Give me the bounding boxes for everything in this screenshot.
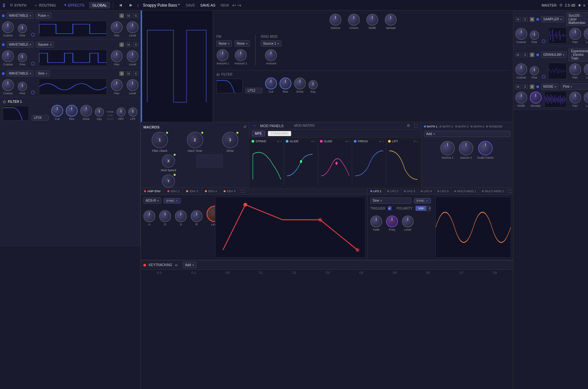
granular-solo[interactable]: S (523, 53, 528, 57)
lfo-trigger-check[interactable]: ✔ (388, 206, 391, 210)
filter2-type-select[interactable]: LP12 (245, 88, 262, 93)
lfo-sync-badge[interactable]: SYNC ✔ (414, 198, 431, 203)
slide-canvas[interactable] (319, 144, 352, 187)
polarity-bi[interactable]: BI (426, 206, 431, 211)
math-tab-2[interactable]: MATH 2 (439, 125, 453, 128)
noise-power[interactable] (536, 85, 539, 88)
save-button[interactable]: SAVE (184, 3, 197, 8)
env-tab-amp[interactable]: AMP ENV (141, 188, 164, 194)
noise-color-dropdown[interactable]: Pink ▾ (561, 83, 588, 90)
filter1-lpf-knob[interactable] (128, 107, 137, 117)
lfo-level-knob[interactable] (402, 216, 414, 227)
macros-reset-icon[interactable]: ↺ (243, 125, 246, 129)
width-knob[interactable] (366, 14, 378, 26)
polarity-uni[interactable]: UNI (416, 206, 426, 211)
filter1-drive-knob[interactable] (80, 105, 92, 117)
osc1-pan-knob[interactable] (111, 21, 123, 33)
fm1-dropdown[interactable]: None ▾ (216, 40, 232, 47)
lfo-tab-4[interactable]: LFO 4 (418, 188, 435, 194)
tab-routing[interactable]: ↔ ROUTING (31, 2, 59, 9)
lfo-expand-icon[interactable]: ⛶ (507, 188, 513, 194)
noise-mute[interactable]: M (515, 84, 521, 89)
granular-fine-knob[interactable] (530, 66, 539, 75)
granular-coarse-knob[interactable] (515, 63, 527, 75)
filter2-drive-knob[interactable] (294, 78, 306, 89)
lfo-fade-knob[interactable] (370, 216, 382, 227)
sampler-level-knob[interactable] (584, 28, 588, 40)
granular-mute[interactable]: M (515, 53, 521, 57)
osc1-wave-dropdown[interactable]: Pulse ▾ (36, 12, 51, 19)
osc1-fine-knob[interactable] (18, 24, 27, 33)
sampler-fine-knob[interactable] (530, 31, 539, 40)
osc2-link-icon[interactable]: ⬡ (31, 61, 35, 66)
osc2-wave-dropdown[interactable]: Square ▾ (36, 41, 54, 48)
math-tab-1[interactable]: MATH 1 (424, 125, 437, 128)
osc2-fine-knob[interactable] (18, 53, 27, 62)
math-operation-dropdown[interactable]: Add ▾ (424, 131, 510, 137)
filter1-res-knob[interactable] (66, 105, 78, 117)
sampler-patch-dropdown[interactable]: Sys100 - Lazer Malfunction ▾ (566, 12, 588, 26)
fm-amount1-knob[interactable] (217, 49, 229, 61)
press-canvas[interactable] (353, 144, 386, 187)
math-tab-3[interactable]: MATH 3 (455, 125, 469, 128)
osc1-mute[interactable]: M (126, 13, 131, 18)
env-r-knob[interactable] (191, 210, 203, 222)
sampler-power[interactable] (536, 18, 539, 21)
osc3-mute[interactable]: M (126, 71, 131, 76)
osc3-coarse-knob[interactable] (2, 79, 14, 91)
granular-level-knob[interactable] (584, 63, 588, 75)
mod-expand-icon[interactable]: ⛶ (414, 124, 418, 128)
noise-pan-knob[interactable] (569, 92, 581, 103)
noise-level-knob[interactable] (584, 92, 588, 103)
lfo-freq-knob[interactable] (386, 216, 398, 227)
granular-patch-dropdown[interactable]: Experimental - Electric Train ▾ (569, 48, 588, 61)
macro-x-knob[interactable]: X (162, 154, 175, 168)
lfo-tab-2[interactable]: LFO 2 (384, 188, 401, 194)
nav-prev[interactable]: ◀ (116, 2, 125, 9)
lfo-tab-3[interactable]: LFO 3 (401, 188, 418, 194)
osc2-type-dropdown[interactable]: WAVETABLE ▾ (7, 41, 34, 48)
math-source2-knob[interactable] (459, 141, 473, 155)
osc1-link-icon[interactable]: ⬡ (31, 32, 35, 37)
noise-solo[interactable]: S (523, 84, 528, 89)
tab-synth[interactable]: ⊙ SYNTH (7, 2, 30, 9)
undo-button[interactable]: ↩ (232, 3, 236, 8)
mod-panels-title[interactable]: MOD PANELS (260, 124, 283, 128)
macro-y-knob[interactable]: Y (162, 174, 175, 188)
filter2-res-knob[interactable] (280, 78, 291, 89)
sampler-pan-knob[interactable] (569, 28, 581, 40)
lfo-tab-1[interactable]: LFO 1 (368, 188, 384, 194)
save-as-button[interactable]: SAVE AS (198, 3, 217, 8)
macro-2-knob[interactable]: 2 (187, 132, 203, 148)
lift-canvas[interactable] (387, 144, 420, 187)
granular-type-dropdown[interactable]: GRANULAR ▾ (541, 52, 567, 58)
detune-knob[interactable] (330, 14, 341, 26)
osc3-link-icon[interactable]: ⬡ (31, 90, 35, 95)
math-tab-random[interactable]: RANDOM (486, 125, 502, 128)
osc3-pan-knob[interactable] (111, 79, 123, 91)
filter-power-icon[interactable]: ⏻ (216, 73, 219, 76)
filter2-key-knob[interactable] (308, 80, 318, 89)
env-tab-2[interactable]: ENV 2 (164, 188, 183, 194)
macro-1-knob[interactable]: 1 (152, 132, 168, 148)
tab-effects[interactable]: ✦ EFFECTS (61, 2, 88, 9)
filter1-hpf-knob[interactable] (116, 107, 126, 117)
osc3-type-dropdown[interactable]: WAVETABLE ▾ (7, 70, 34, 77)
strike-canvas[interactable] (250, 144, 283, 187)
env-type-dropdown[interactable]: ADS-R ▾ (143, 197, 161, 204)
env-tab-3[interactable]: ENV 3 (183, 188, 202, 194)
noise-density-knob[interactable] (530, 92, 542, 103)
osc2-pan-knob[interactable] (111, 50, 123, 62)
sampler-coarse-knob[interactable] (515, 28, 527, 40)
glide-canvas[interactable] (284, 144, 318, 187)
fm2-dropdown[interactable]: None ▾ (234, 40, 250, 47)
tab-mpe[interactable]: MPE (252, 131, 265, 136)
filter1-type-select[interactable]: LP24 (32, 115, 49, 121)
lfo-tab-5[interactable]: LFO 5 (435, 188, 452, 194)
granular-power[interactable] (536, 54, 539, 56)
new-button[interactable]: NEW (219, 3, 231, 8)
fm-amount2-knob[interactable] (235, 49, 247, 61)
master-menu-icon[interactable]: ≡ (583, 3, 585, 7)
osc2-power[interactable] (2, 43, 5, 46)
mod-settings-icon[interactable]: ⚙ (407, 124, 410, 128)
